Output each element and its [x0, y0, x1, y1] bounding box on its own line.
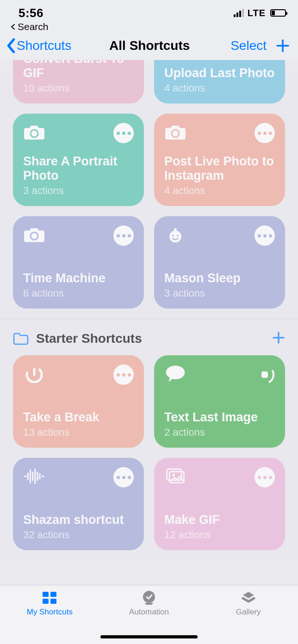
shortcut-card[interactable]: Text Last Image2 actions	[154, 355, 285, 448]
svg-point-7	[177, 235, 179, 237]
status-bar: 5:56 LTE	[0, 0, 298, 21]
chevron-left-icon	[6, 38, 17, 54]
network-label: LTE	[248, 8, 266, 18]
status-right: LTE	[234, 8, 286, 18]
svg-rect-15	[50, 592, 56, 597]
shortcut-card[interactable]: Convert Burst To GIF10 actions	[13, 60, 144, 103]
card-title: Share A Portrait Photo	[23, 154, 134, 183]
card-more-button[interactable]	[255, 467, 275, 487]
grid-icon	[41, 590, 58, 606]
select-button[interactable]: Select	[230, 38, 267, 53]
status-time: 5:56	[19, 6, 43, 20]
baby-icon	[164, 225, 186, 244]
card-title: Take a Break	[23, 410, 134, 425]
automation-icon	[140, 590, 158, 606]
card-title: Mason Sleep	[164, 271, 275, 286]
tab-label: My Shortcuts	[27, 608, 73, 617]
caret-left-icon	[10, 24, 16, 30]
section-header-starter: Starter Shortcuts	[0, 319, 298, 355]
shortcut-grid-main: Convert Burst To GIF10 actionsUpload Las…	[0, 60, 298, 319]
nav-back-button[interactable]: Shortcuts	[6, 38, 71, 54]
card-title: Post Live Photo to Instagram	[164, 154, 275, 183]
card-title: Shazam shortcut	[23, 513, 134, 527]
home-indicator[interactable]	[100, 635, 198, 638]
nav-back-label: Shortcuts	[17, 38, 71, 53]
card-title: Text Last Image	[164, 410, 275, 425]
card-title: Convert Burst To GIF	[23, 60, 134, 80]
card-title: Upload Last Photo	[164, 66, 275, 80]
shortcut-card[interactable]: Mason Sleep3 actions	[154, 216, 285, 309]
gallery-icon	[240, 590, 257, 606]
card-subtitle: 10 actions	[23, 82, 134, 94]
section-add-button[interactable]	[272, 331, 285, 346]
folder-icon	[13, 332, 29, 345]
svg-point-6	[172, 235, 174, 237]
svg-rect-14	[43, 592, 49, 597]
shortcut-card[interactable]: Make GIF12 actions	[154, 458, 285, 550]
card-subtitle: 3 actions	[23, 185, 134, 197]
svg-point-18	[143, 591, 155, 603]
svg-point-10	[255, 365, 275, 385]
page-title: All Shortcuts	[68, 38, 230, 53]
card-more-button[interactable]	[255, 123, 275, 143]
chatplus-icon	[164, 365, 186, 383]
shortcut-card[interactable]: Time Machine6 actions	[13, 216, 144, 309]
camera-icon	[164, 123, 186, 141]
wave-icon	[23, 467, 45, 486]
shortcut-grid-starter: Take a Break13 actionsText Last Image2 a…	[0, 355, 298, 560]
card-subtitle: 32 actions	[23, 529, 134, 541]
card-more-button[interactable]	[255, 225, 275, 246]
signal-icon	[234, 9, 244, 17]
timer-icon	[23, 365, 45, 383]
back-to-app[interactable]: Search	[0, 21, 298, 35]
svg-rect-17	[50, 599, 56, 604]
plus-icon	[276, 39, 290, 53]
nav-bar: Shortcuts All Shortcuts Select	[0, 35, 298, 60]
running-indicator[interactable]	[255, 365, 275, 385]
card-subtitle: 6 actions	[23, 287, 134, 299]
camera-icon	[23, 123, 45, 141]
svg-point-5	[169, 231, 181, 243]
card-subtitle: 12 actions	[164, 529, 275, 541]
shortcut-card[interactable]: Upload Last Photo4 actions	[154, 60, 285, 103]
svg-point-13	[173, 474, 175, 476]
card-more-button[interactable]	[113, 225, 134, 246]
card-more-button[interactable]	[113, 467, 134, 487]
shortcut-card[interactable]: Post Live Photo to Instagram4 actions	[154, 114, 285, 206]
back-to-app-label: Search	[18, 21, 49, 32]
shortcut-card[interactable]: Take a Break13 actions	[13, 355, 144, 448]
shortcut-card[interactable]: Shazam shortcut32 actions	[13, 458, 144, 550]
card-title: Make GIF	[164, 513, 275, 527]
card-subtitle: 4 actions	[164, 82, 275, 94]
add-shortcut-button[interactable]	[276, 39, 290, 53]
card-subtitle: 4 actions	[164, 185, 275, 197]
photos-icon	[164, 467, 186, 486]
tab-gallery[interactable]: Gallery	[199, 590, 298, 644]
svg-rect-16	[43, 599, 49, 604]
card-subtitle: 13 actions	[23, 426, 134, 438]
tab-my-shortcuts[interactable]: My Shortcuts	[0, 590, 99, 644]
card-subtitle: 2 actions	[164, 426, 275, 438]
tab-label: Gallery	[236, 608, 261, 617]
battery-icon	[270, 9, 286, 17]
plus-icon	[272, 331, 285, 344]
card-more-button[interactable]	[113, 123, 134, 143]
camera-icon	[23, 225, 45, 244]
section-title: Starter Shortcuts	[36, 331, 265, 346]
shortcut-card[interactable]: Share A Portrait Photo3 actions	[13, 114, 144, 206]
card-more-button[interactable]	[113, 365, 134, 385]
tab-label: Automation	[129, 608, 169, 617]
card-subtitle: 3 actions	[164, 287, 275, 299]
card-title: Time Machine	[23, 271, 134, 286]
